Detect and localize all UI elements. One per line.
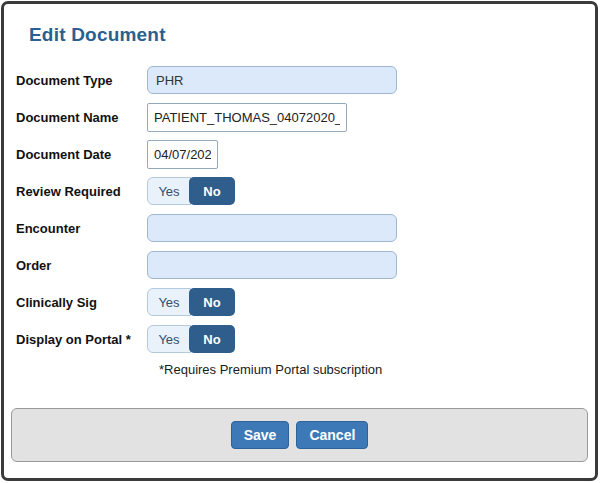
clinically-sig-label: Clinically Sig [16, 295, 147, 310]
review-required-toggle: Yes No [147, 177, 235, 205]
form-row-display-on-portal: Display on Portal * Yes No [16, 325, 595, 353]
review-required-no-option[interactable]: No [189, 177, 235, 205]
save-button[interactable]: Save [231, 421, 290, 449]
document-name-input[interactable] [147, 103, 347, 132]
review-required-yes-option[interactable]: Yes [147, 177, 191, 205]
document-date-label: Document Date [16, 147, 147, 162]
encounter-input[interactable] [147, 214, 397, 242]
document-type-input[interactable] [147, 66, 397, 94]
clinically-sig-yes-option[interactable]: Yes [147, 288, 191, 316]
form-row-document-type: Document Type [16, 66, 595, 94]
form-row-encounter: Encounter [16, 214, 595, 242]
form-row-review-required: Review Required Yes No [16, 177, 595, 205]
form-row-document-name: Document Name [16, 103, 595, 131]
order-label: Order [16, 258, 147, 273]
edit-document-form: Document Type Document Name Document Dat… [16, 66, 595, 377]
dialog-footer: Save Cancel [11, 408, 588, 462]
edit-document-dialog: Edit Document Document Type Document Nam… [1, 1, 598, 481]
portal-subscription-note: *Requires Premium Portal subscription [159, 362, 595, 377]
document-date-input[interactable] [147, 140, 218, 169]
form-row-document-date: Document Date [16, 140, 595, 168]
display-on-portal-toggle: Yes No [147, 325, 235, 353]
display-on-portal-no-option[interactable]: No [189, 325, 235, 353]
clinically-sig-no-option[interactable]: No [189, 288, 235, 316]
document-type-label: Document Type [16, 73, 147, 88]
document-name-label: Document Name [16, 110, 147, 125]
display-on-portal-yes-option[interactable]: Yes [147, 325, 191, 353]
display-on-portal-label: Display on Portal * [16, 332, 147, 347]
review-required-label: Review Required [16, 184, 147, 199]
form-row-order: Order [16, 251, 595, 279]
dialog-title: Edit Document [29, 24, 595, 46]
order-input[interactable] [147, 251, 397, 279]
encounter-label: Encounter [16, 221, 147, 236]
cancel-button[interactable]: Cancel [296, 421, 368, 449]
form-row-clinically-sig: Clinically Sig Yes No [16, 288, 595, 316]
clinically-sig-toggle: Yes No [147, 288, 235, 316]
